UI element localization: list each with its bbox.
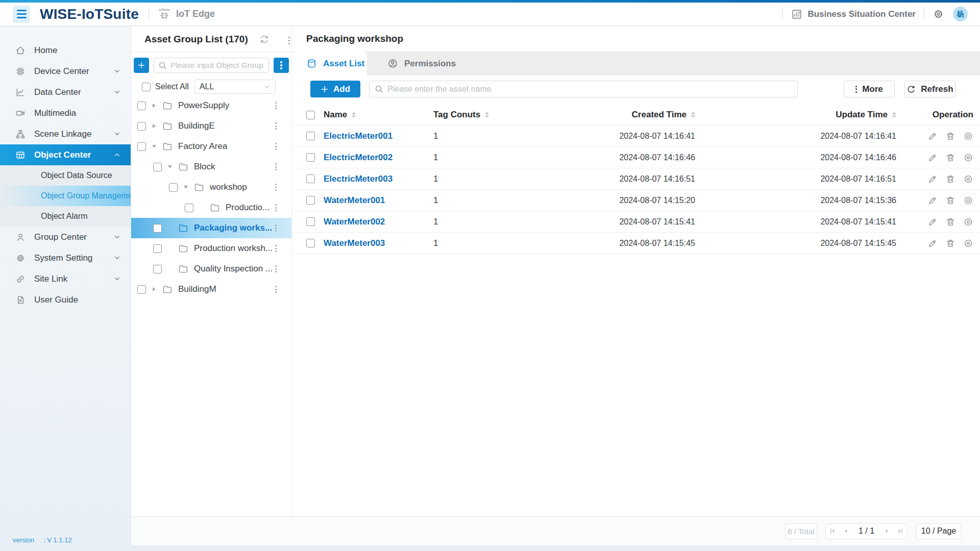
asset-name-link[interactable]: WaterMeter002 xyxy=(324,217,385,227)
page-size-selector[interactable]: 10 / Page xyxy=(916,523,961,539)
sidebar-subitem-object-group-management[interactable]: Object Group Manageme... xyxy=(0,186,131,206)
sort-icon[interactable] xyxy=(485,112,489,118)
tree-row-menu-button[interactable] xyxy=(273,141,279,152)
tree-row-checkbox[interactable] xyxy=(153,163,162,171)
view-button[interactable] xyxy=(963,195,973,206)
last-page-button[interactable] xyxy=(894,524,907,539)
tree-row[interactable]: Quality Inspection ... xyxy=(131,259,291,279)
add-asset-button[interactable]: Add xyxy=(310,81,360,97)
view-button[interactable] xyxy=(963,153,973,163)
sidebar-item-group-center[interactable]: Group Center xyxy=(0,227,131,247)
edit-button[interactable] xyxy=(927,153,938,163)
group-more-menu-button[interactable] xyxy=(274,58,289,73)
view-button[interactable] xyxy=(963,131,973,141)
expand-arrow-icon[interactable] xyxy=(150,285,158,293)
hamburger-menu-button[interactable] xyxy=(13,6,30,23)
expand-arrow-icon[interactable] xyxy=(150,102,158,110)
tree-row-menu-button[interactable] xyxy=(273,161,279,172)
tree-row-checkbox[interactable] xyxy=(137,142,146,151)
delete-button[interactable] xyxy=(945,217,955,227)
more-button[interactable]: More xyxy=(844,81,895,97)
tree-row-menu-button[interactable] xyxy=(273,263,279,274)
row-checkbox[interactable] xyxy=(306,174,315,183)
tree-row-menu-button[interactable] xyxy=(273,182,279,193)
business-situation-center-link[interactable]: Business Situation Center xyxy=(807,9,916,19)
view-button[interactable] xyxy=(963,174,973,184)
delete-button[interactable] xyxy=(945,153,955,163)
tree-row-checkbox[interactable] xyxy=(153,244,162,253)
asset-name-link[interactable]: ElectricMeter002 xyxy=(324,153,393,163)
asset-name-link[interactable]: ElectricMeter003 xyxy=(324,174,393,184)
row-checkbox[interactable] xyxy=(306,132,315,140)
delete-button[interactable] xyxy=(945,174,955,184)
group-search-input[interactable] xyxy=(170,61,264,70)
tree-row-menu-button[interactable] xyxy=(273,100,279,111)
row-checkbox[interactable] xyxy=(306,196,315,205)
tree-row[interactable]: Production worksh... xyxy=(131,238,291,259)
sidebar-item-multimedia[interactable]: Multimedia xyxy=(0,103,131,123)
delete-button[interactable] xyxy=(945,195,955,206)
asset-name-link[interactable]: WaterMeter001 xyxy=(324,195,385,206)
sidebar-item-scene-linkage[interactable]: Scene Linkage xyxy=(0,123,131,144)
tab-permissions[interactable]: Permissions xyxy=(367,52,476,76)
edit-button[interactable] xyxy=(927,238,938,248)
tree-row-checkbox[interactable] xyxy=(137,122,146,131)
sidebar-item-device-center[interactable]: Device Center xyxy=(0,61,131,82)
first-page-button[interactable] xyxy=(826,524,839,539)
collapse-arrow-icon[interactable] xyxy=(182,183,190,191)
expand-arrow-icon[interactable] xyxy=(150,122,158,130)
collapse-arrow-icon[interactable] xyxy=(166,163,174,171)
sidebar-subitem-object-data-source[interactable]: Object Data Source xyxy=(0,165,131,186)
sort-icon[interactable] xyxy=(691,112,695,118)
edit-button[interactable] xyxy=(927,217,938,227)
delete-button[interactable] xyxy=(945,131,955,141)
delete-button[interactable] xyxy=(945,238,955,248)
tab-asset-list[interactable]: Asset List xyxy=(293,52,367,76)
row-checkbox[interactable] xyxy=(306,153,315,162)
group-refresh-icon[interactable] xyxy=(259,34,270,45)
asset-name-link[interactable]: WaterMeter003 xyxy=(324,238,385,248)
row-checkbox[interactable] xyxy=(306,217,315,226)
sort-icon[interactable] xyxy=(352,112,356,118)
column-header-tag-conuts[interactable]: Tag Conuts xyxy=(426,110,579,120)
tree-row-menu-button[interactable] xyxy=(273,120,279,132)
next-page-button[interactable] xyxy=(880,524,894,539)
tree-row-checkbox[interactable] xyxy=(137,102,146,110)
tree-row-checkbox[interactable] xyxy=(169,183,178,192)
group-type-dropdown[interactable]: ALL xyxy=(194,80,276,94)
sidebar-item-user-guide[interactable]: User Guide xyxy=(0,289,131,310)
tree-row-checkbox[interactable] xyxy=(137,285,146,294)
tree-row-menu-button[interactable] xyxy=(273,202,279,213)
edit-button[interactable] xyxy=(927,174,938,184)
refresh-button[interactable]: Refresh xyxy=(904,81,955,97)
asset-search-input[interactable] xyxy=(387,85,792,94)
tree-row[interactable]: BuildingE xyxy=(131,116,291,136)
column-header-name[interactable]: Name xyxy=(316,110,426,120)
tree-row[interactable]: BuildingM xyxy=(131,279,291,299)
tree-row[interactable]: workshop xyxy=(131,177,291,197)
panel-resize-handle[interactable] xyxy=(288,37,290,44)
tree-row-menu-button[interactable] xyxy=(273,222,279,234)
view-button[interactable] xyxy=(963,238,973,248)
tree-row-menu-button[interactable] xyxy=(273,284,279,295)
sidebar-item-system-setting[interactable]: System Setting xyxy=(0,247,131,268)
sidebar-item-data-center[interactable]: Data Center xyxy=(0,82,131,103)
select-all-rows-checkbox[interactable] xyxy=(306,111,315,119)
user-avatar[interactable]: 杨 xyxy=(953,7,968,21)
view-button[interactable] xyxy=(963,217,973,227)
sidebar-item-site-link[interactable]: Site Link xyxy=(0,268,131,289)
tree-row-checkbox[interactable] xyxy=(153,224,162,233)
collapse-arrow-icon[interactable] xyxy=(150,142,158,151)
sidebar-item-home[interactable]: Home xyxy=(0,40,131,61)
select-all-checkbox[interactable] xyxy=(142,83,151,91)
sort-icon[interactable] xyxy=(892,112,896,118)
tree-row[interactable]: Packaging works... xyxy=(131,218,291,238)
sidebar-subitem-object-alarm[interactable]: Object Alarm xyxy=(0,206,131,227)
column-header-update-time[interactable]: Update Time xyxy=(697,110,898,120)
edit-button[interactable] xyxy=(927,195,938,206)
tree-row-checkbox[interactable] xyxy=(185,204,193,212)
tree-row[interactable]: Productio... xyxy=(131,197,291,218)
sidebar-item-object-center[interactable]: Object Center xyxy=(0,144,131,165)
edit-button[interactable] xyxy=(927,131,938,141)
add-group-button[interactable] xyxy=(134,58,149,73)
